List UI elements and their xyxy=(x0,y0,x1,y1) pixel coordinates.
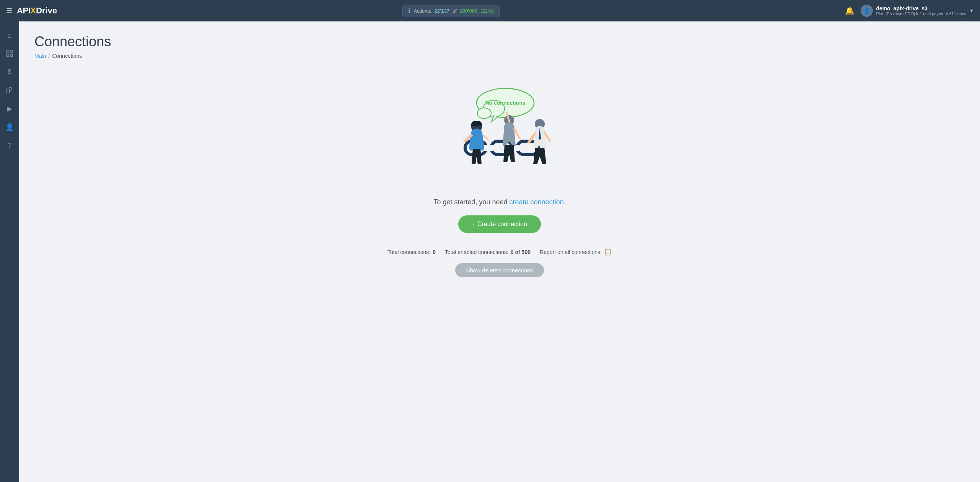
actions-total: 100'000 xyxy=(460,8,477,14)
logo-drive: Drive xyxy=(36,6,57,16)
empty-state-message: To get started, you need create connecti… xyxy=(433,198,565,206)
breadcrumb-current: Connections xyxy=(52,53,82,59)
layout: ⌂ $ ▶ 👤 ? Connections Main / Connections xyxy=(0,21,980,482)
sidebar: ⌂ $ ▶ 👤 ? xyxy=(0,21,19,482)
empty-state: No connections xyxy=(34,74,965,285)
navbar-right: 🔔 👤 demo_apix-drive_s3 Plan |Premium PRO… xyxy=(845,5,974,17)
info-icon: ℹ xyxy=(408,7,410,15)
sidebar-item-home[interactable]: ⌂ xyxy=(2,28,17,43)
bell-icon[interactable]: 🔔 xyxy=(845,6,854,15)
breadcrumb-separator: / xyxy=(48,53,50,59)
stats-row: Total connections: 0 Total enabled conne… xyxy=(387,248,612,256)
svg-text:No connections: No connections xyxy=(485,100,525,106)
report-icon[interactable]: 📋 xyxy=(604,248,612,256)
show-deleted-connections-button[interactable]: Show deleted connections xyxy=(455,263,544,277)
user-info: demo_apix-drive_s3 Plan |Premium PRO| le… xyxy=(876,5,966,16)
empty-state-illustration: No connections xyxy=(434,82,565,189)
logo-api: API xyxy=(17,6,30,16)
svg-rect-1 xyxy=(10,51,13,53)
svg-rect-3 xyxy=(10,54,13,57)
sidebar-item-help[interactable]: ? xyxy=(2,138,17,153)
avatar: 👤 xyxy=(861,5,873,17)
sidebar-item-billing[interactable]: $ xyxy=(2,64,17,80)
logo: API X Drive xyxy=(17,6,57,16)
svg-rect-2 xyxy=(7,54,9,57)
actions-percent: (22%) xyxy=(480,8,494,14)
svg-rect-12 xyxy=(484,145,493,151)
actions-of: of xyxy=(452,8,457,14)
user-name: demo_apix-drive_s3 xyxy=(876,5,966,11)
user-section[interactable]: 👤 demo_apix-drive_s3 Plan |Premium PRO| … xyxy=(861,5,974,17)
page-title: Connections xyxy=(34,34,965,50)
logo-x: X xyxy=(30,6,36,16)
user-plan: Plan |Premium PRO| left until payment 31… xyxy=(876,11,966,16)
actions-label: Actions: xyxy=(413,8,431,14)
svg-rect-0 xyxy=(7,51,9,53)
svg-point-7 xyxy=(477,108,491,119)
create-connection-link[interactable]: create connection. xyxy=(510,198,566,206)
navbar: ☰ API X Drive ℹ Actions: 22'137 of 100'0… xyxy=(0,0,980,21)
report-connections-stat: Report on all connections: 📋 xyxy=(540,248,612,256)
chevron-down-icon: ▼ xyxy=(969,8,974,13)
sidebar-item-connections[interactable] xyxy=(2,46,17,61)
enabled-connections-stat: Total enabled connections: 0 of 500 xyxy=(445,249,531,255)
total-connections-stat: Total connections: 0 xyxy=(387,249,436,255)
svg-rect-4 xyxy=(7,89,10,93)
actions-badge: ℹ Actions: 22'137 of 100'000 (22%) xyxy=(402,5,500,17)
sidebar-item-automate[interactable]: ▶ xyxy=(2,101,17,116)
actions-count: 22'137 xyxy=(434,8,449,14)
create-connection-button[interactable]: + Create connection xyxy=(458,215,541,233)
breadcrumb: Main / Connections xyxy=(34,53,965,59)
avatar-icon: 👤 xyxy=(864,8,870,14)
sidebar-item-profile[interactable]: 👤 xyxy=(2,119,17,135)
breadcrumb-main-link[interactable]: Main xyxy=(34,53,46,59)
navbar-center: ℹ Actions: 22'137 of 100'000 (22%) xyxy=(57,5,845,17)
hamburger-menu[interactable]: ☰ xyxy=(6,7,12,15)
main-content: Connections Main / Connections No connec… xyxy=(19,21,980,482)
sidebar-item-integrations[interactable] xyxy=(2,83,17,98)
navbar-left: ☰ API X Drive xyxy=(6,6,57,16)
